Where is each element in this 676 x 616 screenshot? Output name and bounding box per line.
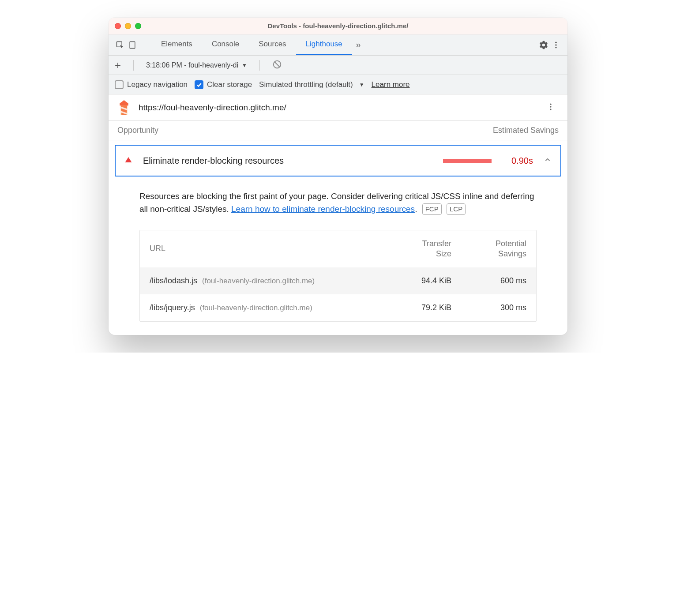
- th-size: Transfer Size: [376, 239, 451, 259]
- new-report-button[interactable]: +: [115, 59, 121, 71]
- svg-rect-1: [130, 41, 135, 48]
- devtools-window: DevTools - foul-heavenly-direction.glitc…: [109, 18, 567, 335]
- svg-point-10: [550, 109, 551, 110]
- separator: [145, 40, 145, 50]
- tab-lighthouse[interactable]: Lighthouse: [296, 34, 352, 55]
- svg-point-4: [555, 47, 556, 48]
- svg-point-2: [555, 41, 556, 43]
- resource-origin: (foul-heavenly-direction.glitch.me): [202, 277, 315, 285]
- report-url-row: https://foul-heavenly-direction.glitch.m…: [109, 94, 567, 121]
- checkbox-checked-icon: [195, 80, 203, 89]
- settings-icon[interactable]: [537, 39, 550, 51]
- resource-size: 94.4 KiB: [376, 276, 451, 285]
- lighthouse-settings-row: Legacy navigation Clear storage Simulate…: [109, 75, 567, 94]
- tag-lcp: LCP: [447, 203, 466, 214]
- savings-bar: [443, 159, 492, 163]
- opportunity-value: 0.90s: [502, 156, 533, 166]
- estimated-savings-label: Estimated Savings: [493, 126, 559, 135]
- inspect-element-icon[interactable]: [114, 39, 126, 51]
- report-menu-icon[interactable]: [543, 99, 559, 116]
- window-title: DevTools - foul-heavenly-direction.glitc…: [109, 22, 567, 30]
- resource-path: /libs/jquery.js: [150, 303, 195, 312]
- separator: [133, 60, 134, 71]
- resource-path: /libs/lodash.js: [150, 276, 197, 285]
- fail-triangle-icon: [124, 156, 132, 165]
- caret-down-icon: ▼: [242, 62, 247, 68]
- th-savings: Potential Savings: [451, 239, 526, 259]
- legacy-navigation-checkbox[interactable]: Legacy navigation: [115, 80, 188, 89]
- opportunity-label: Opportunity: [117, 126, 158, 135]
- legacy-label: Legacy navigation: [127, 80, 188, 89]
- tab-elements[interactable]: Elements: [151, 34, 202, 55]
- titlebar: DevTools - foul-heavenly-direction.glitc…: [109, 18, 567, 34]
- opportunity-header: Opportunity Estimated Savings: [109, 121, 567, 140]
- caret-down-icon: ▼: [359, 82, 364, 88]
- tag-fcp: FCP: [422, 203, 442, 214]
- throttle-label: Simulated throttling (default): [259, 80, 353, 89]
- opportunity-item[interactable]: Eliminate render-blocking resources 0.90…: [115, 145, 561, 177]
- report-select[interactable]: 3:18:06 PM - foul-heavenly-di ▼: [146, 61, 247, 69]
- table-header: URL Transfer Size Potential Savings: [140, 230, 536, 267]
- clear-icon[interactable]: [272, 60, 282, 71]
- throttling-select[interactable]: Simulated throttling (default) ▼: [259, 80, 364, 89]
- resource-size: 79.2 KiB: [376, 303, 451, 312]
- device-toolbar-icon[interactable]: [126, 39, 139, 51]
- resource-savings: 300 ms: [451, 303, 526, 312]
- lighthouse-logo-icon: [117, 100, 131, 115]
- opportunity-title: Eliminate render-blocking resources: [143, 156, 432, 166]
- opportunity-description: Resources are blocking the first paint o…: [109, 181, 567, 218]
- clear-label: Clear storage: [207, 80, 252, 89]
- kebab-icon[interactable]: [550, 39, 562, 51]
- chevron-up-icon: [544, 156, 552, 165]
- report-select-label: 3:18:06 PM - foul-heavenly-di: [146, 61, 238, 69]
- svg-line-6: [274, 62, 279, 67]
- tab-console[interactable]: Console: [202, 34, 249, 55]
- resource-origin: (foul-heavenly-direction.glitch.me): [200, 304, 312, 312]
- tab-sources[interactable]: Sources: [249, 34, 296, 55]
- table-row: /libs/lodash.js (foul-heavenly-direction…: [140, 267, 536, 294]
- desc-post: .: [415, 204, 417, 214]
- desc-learn-link[interactable]: Learn how to eliminate render-blocking r…: [231, 204, 415, 214]
- svg-point-3: [555, 44, 556, 45]
- more-tabs-icon[interactable]: »: [352, 39, 364, 51]
- lighthouse-toolbar: + 3:18:06 PM - foul-heavenly-di ▼: [109, 56, 567, 75]
- panel-tabs-row: Elements Console Sources Lighthouse »: [109, 34, 567, 56]
- svg-point-8: [550, 103, 551, 105]
- th-url: URL: [150, 244, 376, 253]
- separator: [259, 60, 260, 71]
- resources-table: URL Transfer Size Potential Savings /lib…: [139, 230, 537, 322]
- clear-storage-checkbox[interactable]: Clear storage: [195, 80, 252, 89]
- checkbox-unchecked-icon: [115, 80, 124, 89]
- table-row: /libs/jquery.js (foul-heavenly-direction…: [140, 294, 536, 321]
- report-url: https://foul-heavenly-direction.glitch.m…: [139, 103, 286, 113]
- resource-savings: 600 ms: [451, 276, 526, 285]
- svg-point-9: [550, 106, 551, 107]
- learn-more-link[interactable]: Learn more: [372, 80, 410, 89]
